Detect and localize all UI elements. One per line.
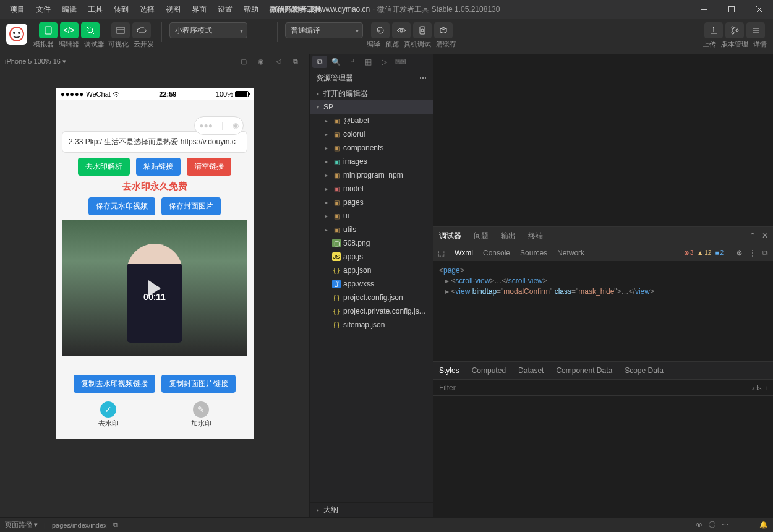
- run-icon[interactable]: ▷: [377, 56, 391, 68]
- dt-tab-terminal[interactable]: 终端: [528, 231, 543, 241]
- menu-interface[interactable]: 界面: [187, 2, 211, 17]
- menu-select[interactable]: 选择: [135, 2, 160, 17]
- dt-more-icon[interactable]: ⋮: [749, 249, 756, 257]
- dt-wxml-tab[interactable]: Wxml: [455, 249, 473, 257]
- folder-miniprogram[interactable]: ▸▣miniprogram_npm: [310, 168, 433, 182]
- dt-close-icon[interactable]: ✕: [762, 231, 768, 240]
- editor-button[interactable]: </>: [60, 22, 79, 38]
- dt-tab-debugger[interactable]: 调试器: [439, 231, 461, 241]
- device-label[interactable]: iPhone 5 100% 16 ▾: [5, 58, 66, 66]
- styles-tab[interactable]: Styles: [439, 366, 459, 375]
- preview-button[interactable]: [392, 22, 411, 38]
- git-icon[interactable]: ⑂: [344, 56, 359, 68]
- close-button[interactable]: [745, 0, 773, 19]
- version-button[interactable]: [725, 22, 744, 38]
- device-rotate-icon[interactable]: ▢: [235, 58, 252, 66]
- menu-file[interactable]: 文件: [31, 2, 56, 17]
- file-sitemap[interactable]: { }sitemap.json: [310, 318, 433, 332]
- video-player[interactable]: 00:11: [62, 220, 247, 356]
- copy-cover-button[interactable]: 复制封面图片链接: [161, 375, 236, 393]
- folder-images[interactable]: ▸▣images: [310, 155, 433, 168]
- dt-gear-icon[interactable]: ⚙: [736, 249, 743, 257]
- capsule-menu[interactable]: ●●● | ◉: [194, 116, 244, 135]
- clear-button[interactable]: 清空链接: [187, 158, 231, 176]
- dt-inspect-icon[interactable]: ⬚: [438, 249, 445, 257]
- scopedata-tab[interactable]: Scope Data: [625, 366, 664, 375]
- capsule-more-icon[interactable]: ●●●: [199, 121, 213, 130]
- menu-tools[interactable]: 工具: [83, 2, 108, 17]
- info-badge[interactable]: ■ 2: [715, 249, 724, 256]
- dt-console-tab[interactable]: Console: [483, 249, 510, 257]
- dt-tab-output[interactable]: 输出: [501, 231, 516, 241]
- section-open-editors[interactable]: ▸打开的编辑器: [310, 87, 433, 100]
- folder-colorui[interactable]: ▸▣colorui: [310, 127, 433, 141]
- warning-badge[interactable]: ▲ 12: [697, 249, 711, 256]
- debugger-button[interactable]: [81, 22, 100, 38]
- cloud-dev-button[interactable]: [132, 22, 151, 38]
- dt-collapse-icon[interactable]: ⌃: [750, 231, 756, 240]
- tab-remove-watermark[interactable]: ✓ 去水印: [98, 401, 119, 428]
- cls-toggle[interactable]: .cls +: [746, 380, 773, 395]
- minimize-button[interactable]: [690, 0, 717, 19]
- status-bell-icon[interactable]: 🔔: [759, 521, 768, 529]
- computed-tab[interactable]: Computed: [472, 366, 506, 375]
- dt-tab-problems[interactable]: 问题: [474, 231, 489, 241]
- folder-pages[interactable]: ▸▣pages: [310, 195, 433, 209]
- device-mute-icon[interactable]: ◁: [270, 58, 287, 66]
- simulator-button[interactable]: [39, 22, 58, 38]
- folder-model[interactable]: ▸▣model: [310, 182, 433, 195]
- upload-button[interactable]: [704, 22, 723, 38]
- dt-dock-icon[interactable]: ⧉: [762, 249, 768, 257]
- dataset-tab[interactable]: Dataset: [518, 366, 544, 375]
- menu-help[interactable]: 帮助: [239, 2, 263, 17]
- compile-button[interactable]: [371, 22, 390, 38]
- explorer-icon[interactable]: ⧉: [312, 56, 327, 68]
- status-eye-icon[interactable]: 👁: [696, 521, 703, 529]
- details-button[interactable]: [746, 22, 765, 38]
- device-record-icon[interactable]: ◉: [252, 58, 270, 66]
- explorer-more-icon[interactable]: ⋯: [419, 74, 427, 82]
- file-appjson[interactable]: { }app.json: [310, 264, 433, 277]
- compile-select[interactable]: 普通编译: [285, 22, 363, 38]
- dt-network-tab[interactable]: Network: [557, 249, 584, 257]
- folder-components[interactable]: ▸▣components: [310, 141, 433, 155]
- outline-section[interactable]: ▸大纲: [310, 502, 433, 517]
- styles-filter-input[interactable]: [433, 384, 746, 392]
- copy-route-icon[interactable]: ⧉: [113, 521, 118, 529]
- device-split-icon[interactable]: ⧉: [287, 58, 304, 66]
- paste-button[interactable]: 粘贴链接: [136, 158, 181, 176]
- route-value[interactable]: pages/index/index: [52, 521, 107, 529]
- file-appjs[interactable]: JSapp.js: [310, 250, 433, 264]
- status-info-icon[interactable]: ⓘ: [709, 520, 715, 530]
- folder-ui[interactable]: ▸▣ui: [310, 209, 433, 223]
- maximize-button[interactable]: [717, 0, 745, 19]
- route-label[interactable]: 页面路径 ▾: [5, 520, 38, 530]
- clearcache-button[interactable]: [434, 22, 453, 38]
- terminal-icon[interactable]: ⌨: [393, 56, 408, 68]
- tab-add-watermark[interactable]: ✎ 加水印: [191, 401, 211, 428]
- parse-button[interactable]: 去水印解析: [78, 158, 130, 176]
- ext-icon[interactable]: ▦: [361, 56, 375, 68]
- search-icon[interactable]: 🔍: [328, 56, 343, 68]
- mode-select[interactable]: 小程序模式: [169, 22, 247, 38]
- file-projectprivate[interactable]: { }project.private.config.js...: [310, 304, 433, 318]
- menu-goto[interactable]: 转到: [109, 2, 134, 17]
- file-projectconfig[interactable]: { }project.config.json: [310, 291, 433, 304]
- save-video-button[interactable]: 保存无水印视频: [88, 197, 155, 215]
- menu-edit[interactable]: 编辑: [57, 2, 82, 17]
- file-508png[interactable]: ▢508.png: [310, 236, 433, 250]
- root-folder[interactable]: ▾SP: [310, 100, 433, 114]
- status-more-icon[interactable]: ⋯: [722, 521, 728, 529]
- dt-sources-tab[interactable]: Sources: [520, 249, 547, 257]
- visualize-button[interactable]: [111, 22, 130, 38]
- folder-utils[interactable]: ▸▣utils: [310, 223, 433, 236]
- file-appwxss[interactable]: ∬app.wxss: [310, 277, 433, 291]
- wxml-tree[interactable]: <page> ▸ <scroll-view>…</scroll-view> ▸ …: [433, 262, 773, 301]
- capsule-close-icon[interactable]: ◉: [233, 121, 239, 130]
- copy-video-button[interactable]: 复制去水印视频链接: [74, 375, 155, 393]
- menu-project[interactable]: 项目: [5, 2, 30, 17]
- error-badge[interactable]: ⊗ 3: [684, 249, 694, 256]
- menu-view[interactable]: 视图: [161, 2, 186, 17]
- componentdata-tab[interactable]: Component Data: [556, 366, 612, 375]
- menu-settings[interactable]: 设置: [213, 2, 237, 17]
